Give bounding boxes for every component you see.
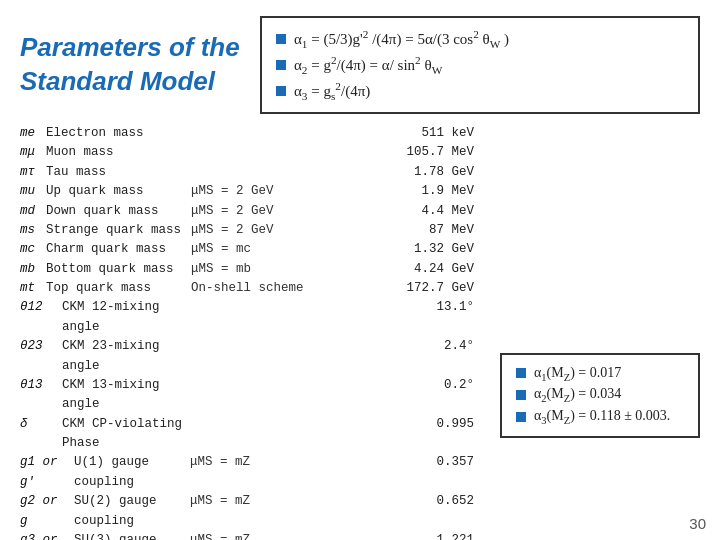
alpha-values-section: α1(MZ) = 0.017 α2(MZ) = 0.034 α3(MZ) = 0…	[480, 124, 700, 540]
alpha-box: α1(MZ) = 0.017 α2(MZ) = 0.034 α3(MZ) = 0…	[500, 353, 700, 438]
bullet-icon-a3	[516, 412, 526, 422]
formula-box: α1 = (5/3)g'2 /(4π) = 5α/(3 cos2 θW ) α2…	[260, 16, 700, 114]
formula-item-1: α1 = (5/3)g'2 /(4π) = 5α/(3 cos2 θW )	[276, 28, 684, 50]
table-row: δ CKM CP-violating Phase 0.995	[20, 415, 480, 454]
alpha-text-1: α1(MZ) = 0.017	[534, 365, 621, 383]
formula-text-3: α3 = gs2/(4π)	[294, 80, 370, 102]
bullet-icon-1	[276, 34, 286, 44]
table-row: mb Bottom quark mass μMS = mb 4.24 GeV	[20, 260, 480, 279]
table-row: θ23 CKM 23-mixing angle 2.4°	[20, 337, 480, 376]
table-row: g3 or gs SU(3) gauge coupling μMS = mZ 1…	[20, 531, 480, 540]
table-row: mc Charm quark mass μMS = mc 1.32 GeV	[20, 240, 480, 259]
alpha-text-2: α2(MZ) = 0.034	[534, 386, 621, 404]
table-row: me Electron mass 511 keV	[20, 124, 480, 143]
table-row: md Down quark mass μMS = 2 GeV 4.4 MeV	[20, 202, 480, 221]
table-row: g2 or g SU(2) gauge coupling μMS = mZ 0.…	[20, 492, 480, 531]
table-row: mτ Tau mass 1.78 GeV	[20, 163, 480, 182]
table-row: mu Up quark mass μMS = 2 GeV 1.9 MeV	[20, 182, 480, 201]
alpha-item-1: α1(MZ) = 0.017	[516, 365, 684, 383]
table-row: θ12 CKM 12-mixing angle 13.1°	[20, 298, 480, 337]
formula-text-1: α1 = (5/3)g'2 /(4π) = 5α/(3 cos2 θW )	[294, 28, 509, 50]
alpha-item-3: α3(MZ) = 0.118 ± 0.003.	[516, 408, 684, 426]
page-number: 30	[689, 515, 706, 532]
top-section: Parameters of the Standard Model α1 = (5…	[20, 16, 700, 114]
bullet-icon-a2	[516, 390, 526, 400]
title-block: Parameters of the Standard Model	[20, 16, 260, 114]
table-row: mμ Muon mass 105.7 MeV	[20, 143, 480, 162]
bullet-icon-a1	[516, 368, 526, 378]
bullet-icon-2	[276, 60, 286, 70]
table-row: θ13 CKM 13-mixing angle 0.2°	[20, 376, 480, 415]
table-row: g1 or g' U(1) gauge coupling μMS = mZ 0.…	[20, 453, 480, 492]
page: Parameters of the Standard Model α1 = (5…	[0, 0, 720, 540]
formula-item-3: α3 = gs2/(4π)	[276, 80, 684, 102]
params-table: me Electron mass 511 keV mμ Muon mass 10…	[20, 124, 480, 540]
bullet-icon-3	[276, 86, 286, 96]
formula-text-2: α2 = g2/(4π) = α/ sin2 θW	[294, 54, 442, 76]
formula-item-2: α2 = g2/(4π) = α/ sin2 θW	[276, 54, 684, 76]
alpha-text-3: α3(MZ) = 0.118 ± 0.003.	[534, 408, 670, 426]
table-row: mt Top quark mass On-shell scheme 172.7 …	[20, 279, 480, 298]
table-row: ms Strange quark mass μMS = 2 GeV 87 MeV	[20, 221, 480, 240]
alpha-item-2: α2(MZ) = 0.034	[516, 386, 684, 404]
page-title: Parameters of the Standard Model	[20, 31, 240, 99]
params-section: me Electron mass 511 keV mμ Muon mass 10…	[20, 124, 700, 540]
